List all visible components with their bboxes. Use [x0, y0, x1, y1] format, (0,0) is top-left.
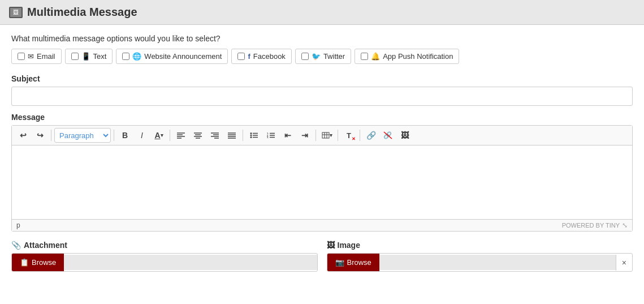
editor-footer: p POWERED BY TINY ⤡ — [12, 219, 632, 231]
editor-body[interactable] — [12, 145, 632, 219]
svg-text:3.: 3. — [267, 136, 269, 139]
image-file-field[interactable] — [379, 255, 616, 270]
multimedia-icon: 🖼 — [9, 7, 23, 18]
question-label: What multimedia message options would yo… — [11, 34, 633, 43]
svg-point-20 — [250, 136, 252, 138]
outdent-button[interactable]: ⇤ — [280, 128, 296, 143]
checkbox-item-email[interactable]: ✉ Email — [11, 49, 62, 64]
attachment-image-row: 📎 Attachment 📋 Browse 🖼 Image — [11, 241, 633, 272]
clear-format-button[interactable]: T✕ — [341, 128, 357, 143]
toolbar-separator-2 — [114, 130, 114, 141]
checkbox-apppush[interactable] — [361, 53, 368, 60]
resize-handle[interactable]: ⤡ — [622, 221, 628, 229]
svg-point-18 — [250, 135, 252, 136]
checkbox-item-twitter[interactable]: 🐦 Twitter — [295, 49, 351, 64]
attachment-section: 📎 Attachment 📋 Browse — [11, 241, 318, 272]
toolbar-separator-6 — [338, 130, 338, 141]
attachment-browse-button[interactable]: 📋 Browse — [12, 254, 64, 271]
page-title: Multimedia Message — [27, 6, 137, 19]
table-button[interactable]: ▾ — [319, 128, 335, 143]
undo-button[interactable]: ↩ — [15, 128, 31, 143]
redo-button[interactable]: ↪ — [32, 128, 48, 143]
website-icon: 🌐 — [132, 52, 141, 61]
email-icon: ✉ — [28, 52, 34, 61]
ordered-list-button[interactable]: 1.2.3. — [263, 128, 279, 143]
checkbox-website-label: Website Announcement — [144, 52, 222, 61]
checkbox-facebook[interactable] — [237, 53, 245, 60]
checkbox-twitter[interactable] — [301, 53, 309, 60]
page-container: 🖼 Multimedia Message What multimedia mes… — [0, 0, 644, 304]
attachment-browse-icon: 📋 — [20, 258, 29, 267]
attachment-browse-label: Browse — [32, 258, 56, 267]
checkbox-item-text[interactable]: 📱 Text — [65, 49, 113, 64]
checkbox-twitter-label: Twitter — [323, 52, 345, 61]
image-browse-label: Browse — [347, 258, 371, 267]
attachment-icon: 📎 — [11, 241, 21, 250]
image-input-row: 📷 Browse × — [327, 253, 633, 272]
insert-link-button[interactable]: 🔗 — [363, 128, 379, 143]
image-label-text: Image — [338, 241, 360, 250]
checkbox-text-label: Text — [93, 52, 107, 61]
message-label: Message — [11, 113, 633, 122]
editor-container: ↩ ↪ Paragraph Heading 1 Heading 2 Headin… — [11, 125, 633, 232]
image-browse-button[interactable]: 📷 Browse — [327, 254, 379, 271]
powered-by-label: POWERED BY TINY — [562, 222, 620, 229]
checkbox-row: ✉ Email 📱 Text 🌐 Website Announcement f … — [11, 49, 633, 64]
checkbox-item-website[interactable]: 🌐 Website Announcement — [116, 49, 228, 64]
bold-button[interactable]: B — [117, 128, 133, 143]
toolbar-separator-5 — [315, 130, 316, 141]
image-browse-icon: 📷 — [335, 258, 344, 267]
align-right-button[interactable] — [207, 128, 223, 143]
editor-path: p — [16, 221, 20, 229]
attachment-label: 📎 Attachment — [11, 241, 318, 250]
align-left-button[interactable] — [173, 128, 189, 143]
checkbox-item-facebook[interactable]: f Facebook — [231, 49, 291, 64]
paragraph-style-select[interactable]: Paragraph Heading 1 Heading 2 Heading 3 — [54, 128, 111, 143]
italic-button[interactable]: I — [134, 128, 150, 143]
checkbox-text[interactable] — [71, 53, 79, 60]
checkbox-website[interactable] — [122, 53, 129, 60]
toolbar-separator-4 — [243, 130, 243, 141]
image-section: 🖼 Image 📷 Browse × — [327, 241, 633, 272]
svg-rect-28 — [322, 132, 329, 138]
facebook-icon: f — [248, 52, 250, 61]
apppush-icon: 🔔 — [371, 52, 380, 61]
image-clear-button[interactable]: × — [616, 255, 632, 271]
text-icon: 📱 — [81, 52, 90, 61]
page-header: 🖼 Multimedia Message — [0, 0, 644, 25]
subject-label: Subject — [11, 74, 633, 83]
indent-button[interactable]: ⇥ — [297, 128, 313, 143]
toolbar-separator-3 — [170, 130, 170, 141]
main-content: What multimedia message options would yo… — [0, 25, 644, 281]
attachment-label-text: Attachment — [24, 241, 67, 250]
checkbox-email-label: Email — [37, 52, 55, 61]
checkbox-apppush-label: App Push Notification — [383, 52, 453, 61]
subject-section: Subject — [11, 74, 633, 106]
attachment-file-field[interactable] — [64, 255, 317, 270]
checkbox-item-apppush[interactable]: 🔔 App Push Notification — [355, 49, 459, 64]
message-section: Message ↩ ↪ Paragraph Heading 1 Heading … — [11, 113, 633, 232]
unordered-list-button[interactable] — [246, 128, 262, 143]
svg-point-16 — [250, 132, 252, 134]
remove-link-button[interactable]: 🔗 — [380, 128, 396, 143]
checkbox-facebook-label: Facebook — [253, 52, 286, 61]
toolbar-separator-1 — [51, 130, 51, 141]
toolbar-separator-7 — [360, 130, 360, 141]
image-label: 🖼 Image — [327, 241, 633, 250]
editor-toolbar: ↩ ↪ Paragraph Heading 1 Heading 2 Headin… — [12, 126, 632, 145]
twitter-icon: 🐦 — [312, 52, 321, 61]
checkbox-email[interactable] — [18, 53, 25, 60]
attachment-input-row: 📋 Browse — [11, 253, 318, 272]
image-section-icon: 🖼 — [327, 241, 335, 250]
insert-image-button[interactable]: 🖼 — [397, 128, 413, 143]
align-justify-button[interactable] — [224, 128, 240, 143]
subject-input[interactable] — [11, 87, 633, 106]
highlight-button[interactable]: A▾ — [151, 128, 167, 143]
align-center-button[interactable] — [190, 128, 206, 143]
